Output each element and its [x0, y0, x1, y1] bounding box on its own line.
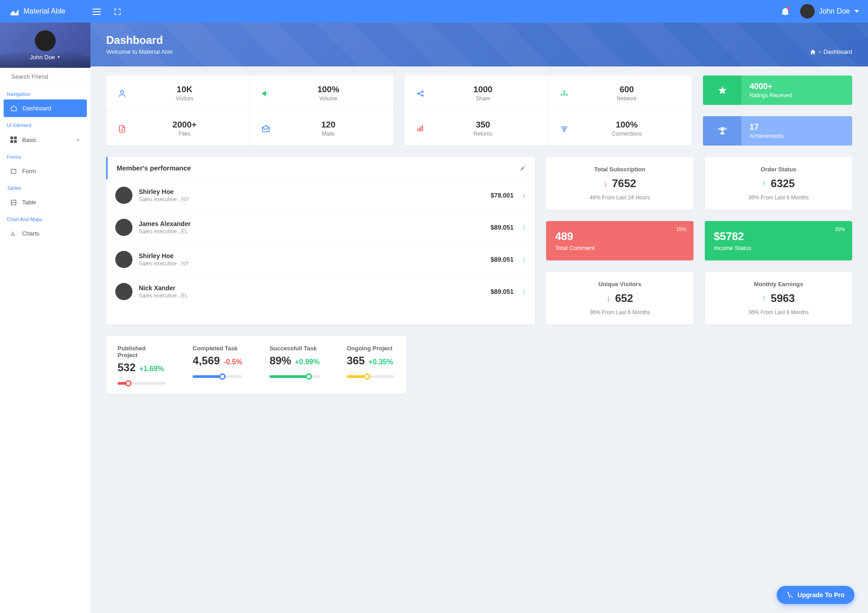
svg-rect-9 — [11, 169, 16, 173]
progress-bar[interactable] — [347, 375, 395, 378]
trend-up-icon: ↑ — [523, 256, 526, 263]
member-name: Nick Xander — [139, 284, 484, 292]
progress-bar[interactable] — [118, 382, 165, 385]
stat-value: 100% — [571, 120, 683, 130]
stat-label: Volume — [273, 95, 385, 102]
sidebar-username: John Doe — [30, 54, 55, 61]
performance-row[interactable]: Nick XanderSales executive , EL$89.051↑ — [106, 276, 535, 307]
sidebar-item-form[interactable]: Form — [4, 162, 87, 180]
kpi-income-status[interactable]: 20% $5782 Income Status — [705, 221, 852, 260]
kpi-card[interactable]: Total Subscription↓765248% From Last 24 … — [546, 157, 693, 210]
stat-value: 10K — [129, 85, 241, 94]
trend-down-icon: ↓ — [606, 294, 610, 303]
page-subtitle: Welcome to Material Able — [106, 48, 173, 55]
home-icon[interactable] — [810, 49, 816, 55]
project-title: Published Project — [118, 345, 165, 358]
avatar — [115, 283, 132, 300]
performance-row[interactable]: Shirley HoeSales executive , NY$89.051↑ — [106, 244, 535, 276]
stat-icon — [115, 88, 129, 98]
sidebar-item-basic[interactable]: Basic + — [4, 131, 87, 149]
tile-achievements[interactable]: 17Achievements — [703, 116, 852, 146]
member-amount: $78.001 — [491, 192, 514, 199]
svg-point-15 — [121, 90, 124, 94]
stat-label: Connections — [571, 131, 683, 137]
stat-label: Share — [427, 95, 539, 102]
progress-knob[interactable] — [125, 380, 132, 387]
notifications-icon[interactable] — [782, 7, 789, 16]
user-menu[interactable]: John Doe — [800, 4, 859, 19]
trend-up-icon: ↑ — [523, 224, 526, 231]
sidebar-item-charts[interactable]: Charts — [4, 225, 87, 242]
performance-row[interactable]: James AlexanderSales executive , EL$89.0… — [106, 212, 535, 244]
stat-cell: 100%Volume — [250, 75, 394, 111]
kpi-card[interactable]: Order Status↑632536% From Last 6 Months — [705, 157, 852, 210]
kpi-card[interactable]: Unique Visitors↓65236% From Last 6 Month… — [546, 272, 693, 325]
project-stat: Successfull Task89%+0.99% — [269, 345, 320, 385]
search-input[interactable] — [11, 73, 87, 80]
logo[interactable]: Material Able — [9, 6, 88, 17]
project-value: 365 — [347, 354, 365, 367]
progress-bar[interactable] — [193, 375, 242, 378]
kpi-card[interactable]: Monthly Earnings↑596336% From Last 6 Mon… — [705, 272, 852, 325]
svg-point-34 — [789, 597, 790, 598]
settings-icon[interactable] — [520, 165, 526, 171]
trend-up-icon: ↑ — [523, 288, 526, 295]
member-amount: $89.051 — [491, 224, 514, 231]
upgrade-button[interactable]: Upgrade To Pro — [777, 586, 854, 604]
main: Dashboard Welcome to Material Able › Das… — [90, 23, 868, 613]
project-value: 4,569 — [193, 354, 220, 367]
stat-value: 2000+ — [129, 120, 241, 130]
kpi-total-comment[interactable]: 15% 489 Total Comment — [546, 221, 693, 260]
kpi-title: Monthly Earnings — [714, 281, 843, 288]
kpi-value: $5782 — [714, 230, 843, 243]
progress-knob[interactable] — [364, 373, 370, 380]
avatar — [115, 187, 132, 204]
sidebar-profile[interactable]: John Doe ▼ — [0, 23, 90, 68]
stat-icon — [414, 88, 427, 98]
sidebar: John Doe ▼ Navigation Dashboard UI Eleme… — [0, 23, 90, 613]
kpi-note: 36% From Last 6 Months — [714, 194, 843, 201]
stat-label: Mails — [273, 131, 385, 137]
brand-text: Material Able — [24, 7, 66, 15]
stat-label: Files — [129, 131, 241, 137]
plus-icon: + — [76, 136, 80, 143]
nav-label: Charts — [22, 230, 39, 237]
fullscreen-icon[interactable] — [114, 7, 121, 15]
progress-knob[interactable] — [306, 373, 312, 380]
member-amount: $89.051 — [491, 256, 514, 263]
star-icon — [717, 85, 727, 95]
sidebar-item-table[interactable]: Table — [4, 193, 87, 211]
stat-label: Returns — [427, 131, 539, 137]
svg-rect-8 — [14, 140, 17, 143]
section-forms: Forms — [0, 149, 90, 162]
menu-toggle-icon[interactable] — [93, 7, 101, 15]
kpi-pct: 20% — [835, 226, 845, 232]
kpi-value: 652 — [615, 292, 633, 305]
home-icon — [10, 105, 17, 112]
svg-rect-5 — [10, 137, 13, 139]
stat-card-2: 1000Share600Network350Returns100%Connect… — [405, 75, 692, 146]
trend-down-icon: ↓ — [523, 192, 526, 199]
trend-up-icon: ↑ — [762, 179, 766, 189]
grid-icon — [10, 137, 17, 143]
progress-knob[interactable] — [219, 373, 226, 380]
tile-ratings[interactable]: 4000+Ratings Received — [703, 75, 852, 105]
stat-value: 1000 — [427, 85, 539, 94]
progress-bar[interactable] — [269, 375, 320, 378]
kpi-title: Order Status — [714, 166, 843, 173]
svg-point-33 — [564, 130, 565, 131]
sidebar-item-dashboard[interactable]: Dashboard — [4, 99, 87, 117]
svg-rect-6 — [14, 137, 17, 139]
member-name: Shirley Hoe — [139, 188, 484, 195]
stat-cell: 10KVisitors — [106, 75, 250, 111]
stat-value: 600 — [571, 85, 683, 94]
member-role: Sales executive , EL — [139, 228, 484, 235]
kpi-column: Total Subscription↓765248% From Last 24 … — [546, 157, 852, 325]
cart-icon — [787, 591, 794, 599]
tile-label: Ratings Received — [750, 92, 844, 99]
performance-row[interactable]: Shirley HoeSales executive , NY$78.001↓ — [106, 179, 535, 212]
tile-value: 4000+ — [750, 82, 844, 91]
sidebar-search[interactable] — [0, 68, 90, 86]
avatar — [115, 251, 132, 268]
stat-value: 350 — [427, 120, 539, 130]
